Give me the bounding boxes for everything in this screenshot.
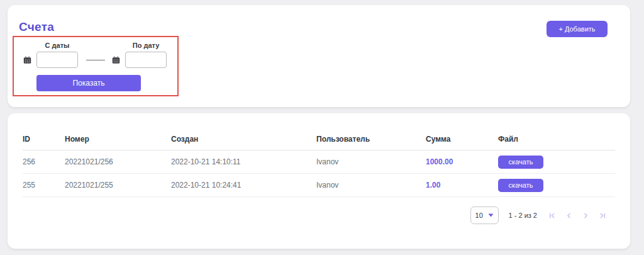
cell-file: скачать [498, 150, 615, 174]
cell-user: Ivanov [316, 174, 426, 197]
cell-created: 2022-10-21 14:10:11 [171, 150, 316, 174]
page-size-select[interactable]: 10 [470, 207, 499, 224]
column-header-number: Номер [65, 131, 171, 150]
first-page-icon[interactable] [543, 208, 560, 223]
download-button[interactable]: скачать [498, 156, 543, 169]
cell-number: 20221021/256 [65, 150, 171, 174]
column-header-created: Создан [171, 131, 316, 150]
date-to-input[interactable] [125, 52, 167, 68]
table-row: 255 20221021/255 2022-10-21 10:24:41 Iva… [23, 174, 615, 197]
pagination-range-text: 1 - 2 из 2 [509, 212, 537, 219]
download-button[interactable]: скачать [498, 179, 543, 192]
page-size-value: 10 [475, 212, 483, 219]
table-header-row: ID Номер Создан Пользователь Сумма Файл [23, 131, 615, 150]
cell-number: 20221021/255 [65, 174, 171, 197]
date-range-dash [86, 60, 105, 60]
chevron-down-icon [488, 213, 494, 217]
column-header-user: Пользователь [316, 131, 426, 150]
cell-amount: 1.00 [426, 174, 498, 197]
date-from-input[interactable] [36, 52, 78, 68]
cell-id: 255 [23, 174, 65, 197]
cell-id: 256 [23, 150, 65, 174]
add-invoice-button[interactable]: + Добавить [547, 21, 608, 37]
column-header-id: ID [23, 131, 65, 150]
pagination: 10 1 - 2 из 2 [470, 207, 611, 224]
invoices-header-card: Счета + Добавить С даты По дату [8, 5, 630, 107]
date-from-label: С даты [36, 42, 78, 49]
invoices-table: ID Номер Создан Пользователь Сумма Файл … [8, 113, 630, 197]
next-page-icon[interactable] [577, 208, 594, 223]
cell-created: 2022-10-21 10:24:41 [171, 174, 316, 197]
column-header-file: Файл [498, 131, 615, 150]
show-button[interactable]: Показать [36, 75, 141, 91]
calendar-icon[interactable] [23, 56, 31, 64]
invoices-table-card: ID Номер Создан Пользователь Сумма Файл … [8, 113, 630, 249]
calendar-icon[interactable] [112, 56, 120, 64]
page-title: Счета [19, 20, 54, 34]
cell-amount: 1000.00 [426, 150, 498, 174]
cell-file: скачать [498, 174, 615, 197]
column-header-amount: Сумма [426, 131, 498, 150]
date-to-label: По дату [125, 42, 167, 49]
previous-page-icon[interactable] [560, 208, 577, 223]
table-row: 256 20221021/256 2022-10-21 14:10:11 Iva… [23, 150, 615, 174]
cell-user: Ivanov [316, 150, 426, 174]
last-page-icon[interactable] [594, 208, 611, 223]
date-filter-highlight-box: С даты По дату Показать [13, 36, 179, 96]
